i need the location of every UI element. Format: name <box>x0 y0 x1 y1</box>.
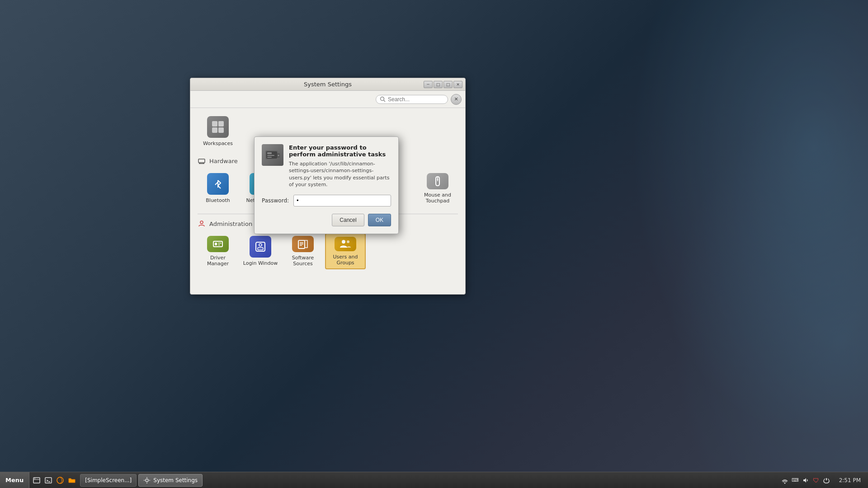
taskbar-app-simplescreen-label: [SimpleScreen...] <box>85 477 132 483</box>
ok-button[interactable]: OK <box>368 214 391 226</box>
settings-taskbar-icon <box>143 477 151 484</box>
dialog-text: Enter your password to perform administr… <box>289 144 391 188</box>
menu-button[interactable]: Menu <box>0 472 29 488</box>
svg-point-44 <box>146 479 148 482</box>
desktop: System Settings ─ □ □ ✕ ✕ <box>0 0 868 488</box>
shield-tray-icon[interactable]: 🛡 <box>811 476 821 485</box>
taskbar-icon-terminal[interactable] <box>43 475 54 486</box>
svg-point-43 <box>57 477 63 483</box>
taskbar-icon-folder[interactable] <box>66 475 77 486</box>
svg-rect-41 <box>45 478 52 483</box>
taskbar-app-simplescreen[interactable]: [SimpleScreen...] <box>80 474 137 487</box>
volume-tray-icon[interactable] <box>801 476 810 485</box>
dialog-app-icon <box>262 144 283 166</box>
taskbar-icon-files[interactable] <box>31 475 42 486</box>
taskbar: Menu [SimpleScreen...] System S <box>0 472 868 488</box>
taskbar-icon-firefox[interactable] <box>55 475 66 486</box>
dialog-overlay: Enter your password to perform administr… <box>0 0 868 488</box>
taskbar-app-settings[interactable]: System Settings <box>138 474 203 487</box>
taskbar-app-settings-label: System Settings <box>153 477 198 483</box>
dialog-buttons: Cancel OK <box>262 214 391 226</box>
svg-rect-37 <box>267 157 272 158</box>
password-input[interactable] <box>293 195 391 206</box>
dialog-title: Enter your password to perform administr… <box>289 144 391 158</box>
svg-rect-35 <box>267 152 272 154</box>
taskbar-right: ⌨ 🛡 2:51 PM <box>778 476 868 485</box>
dialog-description: The application '/usr/lib/cinnamon-setti… <box>289 160 391 188</box>
svg-point-39 <box>278 155 279 156</box>
dialog-header: Enter your password to perform administr… <box>262 144 391 188</box>
password-label: Password: <box>262 197 289 204</box>
password-dialog: Enter your password to perform administr… <box>254 136 399 234</box>
password-field: Password: <box>262 195 391 206</box>
system-tray: ⌨ 🛡 <box>778 476 834 485</box>
svg-point-45 <box>784 482 785 483</box>
cancel-button[interactable]: Cancel <box>332 214 364 226</box>
taskbar-clock: 2:51 PM <box>835 477 864 483</box>
svg-rect-36 <box>267 155 274 156</box>
taskbar-quick-launch <box>29 475 79 486</box>
svg-rect-40 <box>33 478 40 483</box>
keyboard-tray-icon[interactable]: ⌨ <box>791 476 800 485</box>
power-tray-icon[interactable] <box>822 476 831 485</box>
network-tray-icon[interactable] <box>780 476 789 485</box>
